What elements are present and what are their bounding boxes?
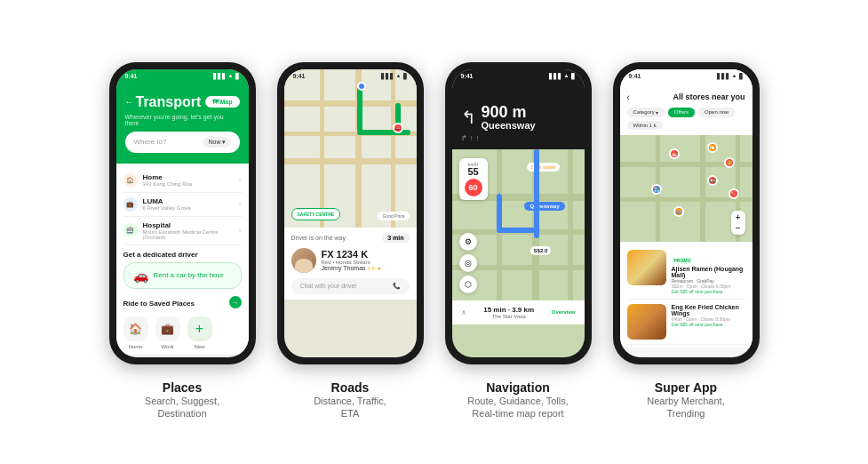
chat-bar[interactable]: Chat with your driver 📞 [291, 278, 410, 294]
time-roads: 9:41 [293, 73, 306, 79]
locate-button[interactable]: ◎ [459, 254, 477, 272]
driver-rating: 4.8 ★ [368, 266, 381, 271]
merchant-pin-3: 🍔 [724, 157, 735, 168]
status-bar-nav: 9:41 ▋▋▋ ▲ ▊ [452, 69, 585, 81]
road-v1 [320, 69, 324, 228]
eta-info: 15 min · 3.9 km The Star Vista [483, 306, 534, 319]
eta-main: 15 min · 3.9 km [483, 306, 534, 314]
home-details: Home 343 Kang Ching Roa [143, 173, 234, 187]
speed-current: 60 [465, 179, 482, 196]
saved-place-home[interactable]: 🏠 Home [123, 316, 148, 349]
listing-info-1: PROMO Ajisen Ramen (Hougang Mall) Restau… [672, 250, 745, 294]
filter-category-label: Category [633, 109, 655, 115]
nav-top-bar: ↰ 900 m Queensway ↱ ↑ ↑ [452, 81, 585, 149]
caption-nav-sub: Route, Guidance, Tolls,Real-time map rep… [445, 395, 592, 420]
car-marker: 🚗 [393, 123, 403, 133]
filter-row: Category ▾ Offers Open now Within 1 k [627, 108, 745, 130]
nav-route-v2 [497, 194, 502, 233]
now-badge[interactable]: Now ▾ [203, 137, 230, 148]
caption-roads-sub: Distance, Traffic,ETA [277, 395, 424, 420]
destination-chip: Queensway [524, 202, 564, 211]
battery-icon-nav: ▊ [571, 73, 576, 79]
rent-car-button[interactable]: 🚗 Rent a car by the hour [123, 262, 242, 289]
transport-body: 🏠 Home 343 Kang Ching Roa › 💼 LUMA 6 Riv… [116, 164, 249, 355]
add-place-icon: + [187, 316, 212, 341]
listing-name-1: Ajisen Ramen (Hougang Mall) [672, 266, 745, 278]
work-details: LUMA 6 River Valley Grove [143, 197, 234, 211]
saved-home-icon: 🏠 [123, 316, 148, 341]
map-zoom-controls[interactable]: + − [731, 211, 745, 235]
merchant-pin-1: 🍜 [669, 148, 680, 159]
caption-super: Super App Nearby Merchant,Trending [613, 380, 760, 420]
caption-super-title: Super App [613, 380, 760, 395]
driver-details: FX 1234 K Red • Honda Stream Jeremy Thom… [322, 249, 410, 271]
screen-places: 9:41 ▋▋▋ ▲ ▊ ← Transport [116, 69, 249, 357]
map-button[interactable]: 🗺 Map [205, 96, 240, 108]
merchant-pin-6: 🍗 [729, 188, 739, 199]
listing-info-2: Eng Kee Fried Chicken Wings 640m · Open … [672, 304, 745, 340]
transport-subtitle: Wherever you're going, let's get you the… [125, 114, 240, 126]
zoom-out-icon[interactable]: − [736, 222, 741, 233]
captions-row: Places Search, Suggest,Destination Roads… [0, 373, 868, 420]
phone-roads-column: 9:41 ▋▋▋ ▲ ▊ [277, 62, 424, 364]
eta-badge: 3 min [382, 233, 409, 243]
status-icons-super: ▋▋▋ ▲ ▊ [717, 73, 744, 79]
turn1-icon: ↱ [461, 134, 467, 142]
saved-place-work[interactable]: 💼 Work [155, 316, 180, 349]
location-work[interactable]: 💼 LUMA 6 River Valley Grove › [123, 193, 242, 217]
listing-discount-2: Get S$5 off next purchase [672, 322, 745, 327]
hospital-addr: Mount Elizabeth Medical Centre (Orchard) [143, 229, 234, 240]
phone-frame-roads: 9:41 ▋▋▋ ▲ ▊ [277, 62, 424, 364]
merchant-pin-2: 🛍 [707, 142, 718, 153]
listing-item-2[interactable]: Eng Kee Fried Chicken Wings 640m · Open … [627, 300, 745, 345]
saved-places-arrow-icon[interactable]: → [229, 296, 242, 308]
super-header-top: ‹ All stores near you [627, 92, 745, 102]
transport-back-btn[interactable]: ← Transport [125, 94, 202, 110]
saved-place-new[interactable]: + New [187, 316, 212, 349]
avatar-body [295, 259, 313, 273]
home-name: Home [143, 173, 234, 181]
rent-car-label: Rent a car by the hour [154, 271, 224, 279]
settings-button[interactable]: ⚙ [459, 233, 477, 251]
chat-placeholder: Chat with your driver [300, 283, 357, 289]
expand-icon[interactable]: ∧ [461, 308, 466, 316]
phone-frame-nav: 9:41 ▋▋▋ ▲ ▊ ↰ 900 m Queensway [445, 62, 592, 364]
work-addr: 6 River Valley Grove [143, 205, 234, 211]
saved-places-grid: 🏠 Home 💼 Work + New [123, 316, 242, 349]
caption-roads: Roads Distance, Traffic,ETA [277, 380, 424, 420]
listing-item-1[interactable]: PROMO Ajisen Ramen (Hougang Mall) Restau… [627, 245, 745, 300]
filter-category[interactable]: Category ▾ [627, 108, 665, 117]
merchant-pin-5: 🍱 [707, 175, 718, 186]
where-to-search[interactable]: Where to? Now ▾ [125, 132, 240, 153]
signal-icon: ▋▋▋ [213, 73, 227, 79]
roads-bottom-panel: Driver is on the way 3 min FX 1234 K Red… [284, 228, 417, 300]
where-to-label: Where to? [134, 138, 167, 146]
safety-badge: SAFETY CENTRE [291, 208, 341, 220]
filter-open-now[interactable]: Open now [698, 108, 735, 117]
back-arrow-icon: ← [125, 97, 134, 107]
driver-avatar [291, 248, 316, 273]
super-back-btn[interactable]: ‹ [627, 92, 630, 102]
nav-mini-turns: ↱ ↑ ↑ [461, 134, 576, 142]
battery-icon-super: ▊ [739, 73, 744, 79]
phone-places-column: 9:41 ▋▋▋ ▲ ▊ ← Transport [109, 62, 256, 364]
overview-button[interactable]: Overview [552, 309, 576, 315]
time-nav: 9:41 [461, 73, 474, 79]
location-home[interactable]: 🏠 Home 343 Kang Ching Roa › [123, 169, 242, 193]
share-button[interactable]: ⬡ [459, 276, 477, 293]
work-icon: 💼 [123, 197, 138, 212]
listing-name-2: Eng Kee Fried Chicken Wings [672, 304, 745, 316]
wifi-icon-roads: ▲ [396, 73, 402, 78]
screen-nav: 9:41 ▋▋▋ ▲ ▊ ↰ 900 m Queensway [452, 69, 585, 357]
filter-offers[interactable]: Offers [668, 108, 695, 117]
filter-within[interactable]: Within 1 k [627, 121, 663, 130]
home-arrow-icon: › [239, 176, 242, 184]
signal-icon-nav: ▋▋▋ [549, 73, 562, 79]
phone-nav-column: 9:41 ▋▋▋ ▲ ▊ ↰ 900 m Queensway [445, 62, 592, 364]
saved-places-title: Ride to Saved Places [123, 300, 195, 308]
location-hospital[interactable]: 🏥 Hospital Mount Elizabeth Medical Centr… [123, 217, 242, 245]
zoom-in-icon[interactable]: + [736, 212, 741, 222]
car-icon: 🚗 [133, 268, 148, 283]
saved-home-label: Home [128, 344, 142, 349]
status-icons-nav: ▋▋▋ ▲ ▊ [549, 73, 576, 79]
